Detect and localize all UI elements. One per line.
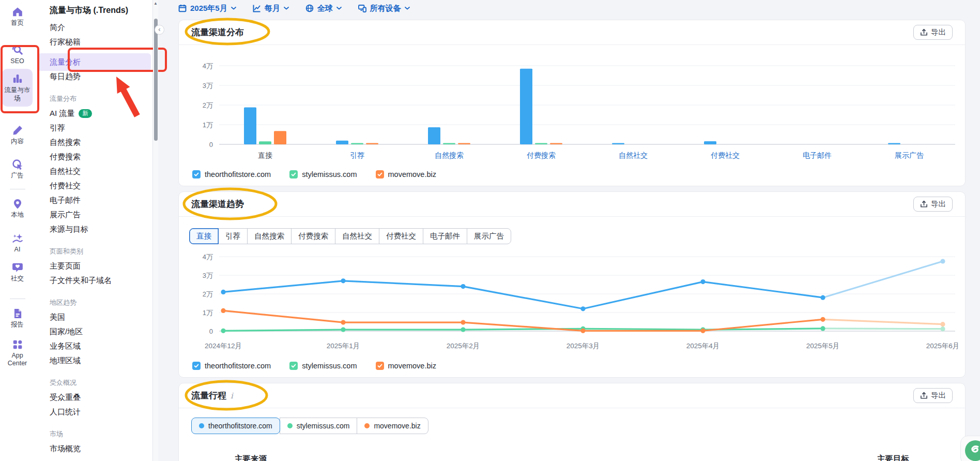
sidebar-item-简介[interactable]: 简介 — [35, 20, 152, 35]
sidebar-item-自然搜索[interactable]: 自然搜索 — [35, 135, 152, 150]
svg-text:2025年4月: 2025年4月 — [686, 342, 720, 350]
domain-color-dot — [199, 423, 204, 428]
pill-label: theorthofitstore.com — [208, 421, 272, 431]
main-content: 2025年5月每月全球所有设备 流量渠道分布 导出 01万2万3万4万直接引荐自… — [158, 0, 980, 461]
sidebar-item-行家秘籍[interactable]: 行家秘籍 — [35, 35, 152, 49]
line-chart-legend: theorthofitstore.comstylemissus.commovem… — [186, 362, 958, 370]
sidebar-item-每日趋势[interactable]: 每日趋势 — [35, 69, 152, 84]
traffic-trend-line-chart: 01万2万3万4万2024年12月2025年1月2025年2月2025年3月20… — [186, 248, 958, 356]
sidebar-item-地理区域[interactable]: 地理区域 — [35, 353, 152, 368]
channel-tab-自然搜索[interactable]: 自然搜索 — [247, 228, 292, 244]
export-button-distribution[interactable]: 导出 — [913, 25, 953, 40]
filter-label: 每月 — [265, 4, 280, 13]
sidebar-section-header: 页面和类别 — [35, 244, 152, 259]
channel-tab-付费社交[interactable]: 付费社交 — [379, 228, 423, 244]
channel-tab-电子邮件[interactable]: 电子邮件 — [423, 228, 467, 244]
svg-text:2025年5月: 2025年5月 — [806, 342, 840, 350]
svg-text:2万: 2万 — [203, 290, 213, 298]
rail-item-reports[interactable]: 报告 — [0, 308, 35, 329]
svg-text:自然搜索: 自然搜索 — [435, 151, 464, 159]
sidebar-item-展示广告[interactable]: 展示广告 — [35, 207, 152, 222]
sidebar-item-AI 流量[interactable]: AI 流量新 — [35, 106, 152, 121]
rail-item-seo[interactable]: SEO — [0, 44, 35, 65]
legend-checkbox-stylemissus.com[interactable]: stylemissus.com — [289, 170, 357, 179]
rail-item-content[interactable]: 内容 — [0, 125, 35, 145]
channel-tab-展示广告[interactable]: 展示广告 — [467, 228, 511, 244]
sidebar-item-流量分析[interactable]: 流量分析 — [38, 53, 151, 71]
svg-text:3万: 3万 — [203, 82, 213, 90]
info-icon[interactable]: i — [231, 391, 233, 400]
sidebar-item-主要页面[interactable]: 主要页面 — [35, 259, 152, 273]
sidebar-item-国家/地区[interactable]: 国家/地区 — [35, 324, 152, 339]
card-title-journey: 流量行程 i — [191, 390, 233, 401]
rail-item-traffic-market[interactable]: 流量与市 场 — [2, 69, 33, 107]
legend-checkbox-theorthofitstore.com[interactable]: theorthofitstore.com — [192, 170, 271, 179]
filter-globe[interactable]: 全球 — [305, 4, 342, 13]
pill-label: movemove.biz — [374, 421, 420, 431]
sidebar-scrollbar: ▲ — [153, 0, 158, 461]
legend-checkbox-movemove.biz[interactable]: movemove.biz — [376, 170, 436, 179]
sidebar-item-付费搜索[interactable]: 付费搜索 — [35, 150, 152, 164]
svg-text:4万: 4万 — [203, 62, 213, 70]
home-icon — [12, 6, 23, 18]
filter-calendar[interactable]: 2025年5月 — [178, 4, 236, 13]
legend-checkbox-stylemissus.com[interactable]: stylemissus.com — [289, 362, 357, 370]
sidebar-item-付费社交[interactable]: 付费社交 — [35, 179, 152, 193]
svg-text:1万: 1万 — [203, 121, 213, 129]
export-button-trends[interactable]: 导出 — [913, 197, 953, 212]
rail-item-local[interactable]: 本地 — [0, 198, 35, 219]
traffic-market-icon — [12, 73, 23, 84]
svg-text:1万: 1万 — [203, 309, 213, 317]
channel-tab-自然社交[interactable]: 自然社交 — [335, 228, 379, 244]
rail-item-social[interactable]: 社交 — [0, 262, 35, 282]
sidebar-item-市场概览[interactable]: 市场概览 — [35, 441, 152, 456]
sidebar-item-人口统计[interactable]: 人口统计 — [35, 405, 152, 419]
filter-trend[interactable]: 每月 — [253, 4, 289, 13]
checkbox-checked-icon — [289, 170, 298, 179]
scroll-up-arrow[interactable]: ▲ — [153, 1, 158, 6]
channel-tab-付费搜索[interactable]: 付费搜索 — [291, 228, 335, 244]
sidebar-item-自然社交[interactable]: 自然社交 — [35, 164, 152, 179]
rail-item-ads[interactable]: 广告 — [0, 159, 35, 180]
sidebar-item-来源与目标[interactable]: 来源与目标 — [35, 222, 152, 236]
svg-text:直接: 直接 — [258, 151, 272, 159]
chat-widget-button[interactable] — [960, 436, 980, 461]
journey-pill-movemove.biz[interactable]: movemove.biz — [357, 418, 428, 434]
journey-pill-stylemissus.com[interactable]: stylemissus.com — [280, 418, 358, 434]
domain-color-dot — [287, 423, 293, 428]
svg-text:自然社交: 自然社交 — [619, 151, 648, 159]
legend-checkbox-theorthofitstore.com[interactable]: theorthofitstore.com — [192, 362, 271, 370]
filter-devices[interactable]: 所有设备 — [358, 4, 410, 13]
channel-tab-引荐[interactable]: 引荐 — [218, 228, 248, 244]
channel-tab-直接[interactable]: 直接 — [189, 228, 219, 244]
sidebar-item-受众重叠[interactable]: 受众重叠 — [35, 390, 152, 405]
rail-item-app-center[interactable]: App Center — [0, 339, 35, 367]
svg-text:引荐: 引荐 — [350, 151, 364, 159]
checkbox-checked-icon — [192, 170, 201, 179]
sidebar-item-美国[interactable]: 美国 — [35, 310, 152, 324]
legend-label: theorthofitstore.com — [205, 362, 271, 370]
traffic-channel-distribution-card: 流量渠道分布 导出 01万2万3万4万直接引荐自然搜索付费搜索自然社交付费社交电… — [178, 20, 966, 186]
filter-label: 2025年5月 — [190, 4, 227, 13]
domain-color-dot — [364, 423, 370, 428]
sidebar-item-电子邮件[interactable]: 电子邮件 — [35, 193, 152, 207]
icon-rail: 首页SEO流量与市 场内容广告本地AI社交报告App Center — [0, 0, 35, 461]
rail-item-ai[interactable]: AI — [0, 233, 35, 254]
sidebar-collapse-button[interactable]: ‹ — [155, 25, 164, 35]
export-button-journey[interactable]: 导出 — [913, 388, 953, 403]
sidebar-item-业务区域[interactable]: 业务区域 — [35, 339, 152, 353]
sidebar-item-子文件夹和子域名[interactable]: 子文件夹和子域名 — [35, 273, 152, 288]
svg-text:0: 0 — [209, 328, 213, 335]
new-badge: 新 — [79, 109, 92, 118]
journey-target-header: 主要目标 — [847, 454, 940, 461]
pill-label: stylemissus.com — [297, 421, 350, 431]
sidebar-item-引荐[interactable]: 引荐 — [35, 121, 152, 135]
scrollbar-thumb[interactable] — [154, 19, 158, 141]
svg-text:付费搜索: 付费搜索 — [527, 151, 556, 159]
journey-pill-theorthofitstore.com[interactable]: theorthofitstore.com — [191, 418, 280, 434]
chevron-down-icon — [336, 7, 342, 10]
rail-item-label: 广告 — [11, 172, 24, 180]
rail-item-home[interactable]: 首页 — [0, 6, 35, 27]
legend-checkbox-movemove.biz[interactable]: movemove.biz — [376, 362, 436, 370]
card-title-distribution: 流量渠道分布 — [191, 26, 244, 38]
